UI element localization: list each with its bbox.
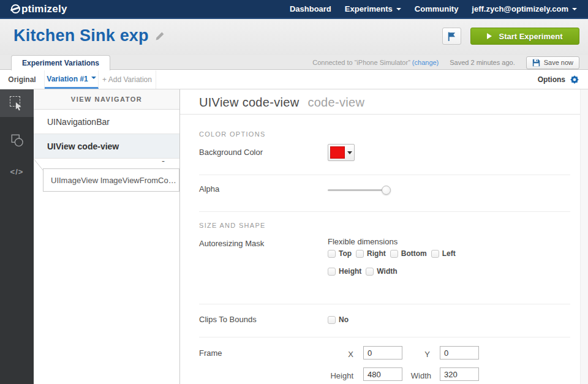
checkbox-height[interactable]: Height bbox=[328, 267, 361, 276]
main-area: </> VIEW NAVIGATOR UINavigationBar UIVie… bbox=[0, 89, 588, 384]
top-navigation-bar: ptimizely Dashboard Experiments Communit… bbox=[0, 0, 588, 19]
divider bbox=[199, 211, 570, 212]
app-root: ptimizely Dashboard Experiments Communit… bbox=[0, 0, 588, 384]
tab-strip: Experiment Variations Connected to “iPho… bbox=[0, 55, 588, 70]
background-color-label: Background Color bbox=[199, 148, 263, 157]
options-label: Options bbox=[538, 75, 565, 84]
select-tool[interactable] bbox=[0, 89, 34, 117]
layers-tool[interactable] bbox=[0, 126, 34, 154]
checkbox-bottom[interactable]: Bottom bbox=[390, 249, 427, 258]
color-swatch-red bbox=[330, 146, 345, 159]
account-menu[interactable]: jeff.zych@optimizely.com bbox=[472, 4, 577, 13]
play-icon bbox=[487, 33, 492, 39]
checkbox-left-label: Left bbox=[442, 249, 456, 258]
page-header: Kitchen Sink exp Start Experiment bbox=[0, 19, 588, 55]
saved-status: Saved 2 minutes ago. bbox=[450, 59, 514, 66]
page-title: Kitchen Sink exp bbox=[13, 26, 149, 45]
frame-y-input[interactable] bbox=[440, 346, 479, 360]
flag-button[interactable] bbox=[442, 28, 461, 45]
frame-width-label: Width bbox=[396, 371, 431, 380]
checkbox-top[interactable]: Top bbox=[328, 249, 352, 258]
nav-item-community[interactable]: Community bbox=[415, 4, 459, 13]
nav-item-experiments-label: Experiments bbox=[345, 4, 393, 13]
logo-text: ptimizely bbox=[21, 3, 67, 15]
edit-title-pencil-icon[interactable] bbox=[155, 31, 165, 41]
code-tool[interactable]: </> bbox=[0, 158, 34, 186]
start-experiment-label: Start Experiment bbox=[499, 32, 562, 41]
tab-variation-1-label: Variation #1 bbox=[47, 75, 88, 83]
checkbox-left[interactable]: Left bbox=[431, 249, 456, 258]
view-navigator: VIEW NAVIGATOR UINavigationBar UIView co… bbox=[34, 89, 180, 384]
collapse-toggle[interactable]: - bbox=[162, 157, 165, 165]
caret-down-icon bbox=[572, 8, 577, 10]
variation-bar: Original Variation #1 + Add Variation Op… bbox=[0, 70, 588, 89]
clips-to-bounds-label: Clips To Bounds bbox=[199, 315, 257, 324]
frame-x-input[interactable] bbox=[363, 346, 402, 360]
gear-icon bbox=[570, 75, 579, 85]
divider bbox=[199, 337, 570, 337]
section-color-options: COLOR OPTIONS bbox=[199, 130, 266, 138]
caret-down-icon bbox=[347, 151, 352, 154]
frame-y-label: Y bbox=[410, 350, 430, 359]
start-experiment-button[interactable]: Start Experiment bbox=[470, 28, 579, 45]
navigator-item-uinavigationbar[interactable]: UINavigationBar bbox=[34, 110, 179, 134]
add-variation-button[interactable]: + Add Variation bbox=[99, 70, 156, 89]
navigator-item-uiview-code-view[interactable]: UIView code-view bbox=[34, 134, 179, 159]
background-color-picker[interactable] bbox=[328, 144, 355, 161]
tab-original[interactable]: Original bbox=[0, 70, 45, 89]
autoresize-checkbox-row-1: Top Right Bottom Left bbox=[328, 249, 460, 258]
frame-width-input[interactable] bbox=[440, 367, 479, 381]
inspector-title-secondary: code-view bbox=[307, 96, 364, 109]
caret-down-icon bbox=[396, 8, 401, 10]
section-size-and-shape: SIZE AND SHAPE bbox=[199, 222, 266, 229]
checkbox-icon bbox=[390, 250, 398, 258]
checkbox-icon bbox=[431, 250, 439, 258]
connection-status-text: Connected to “iPhone Simulator” bbox=[312, 59, 410, 66]
tab-experiment-variations[interactable]: Experiment Variations bbox=[11, 55, 110, 70]
checkbox-top-label: Top bbox=[339, 249, 352, 258]
tool-rail: </> bbox=[0, 89, 34, 384]
caret-down-icon bbox=[91, 77, 96, 79]
checkbox-icon bbox=[328, 316, 336, 324]
checkbox-no-label: No bbox=[339, 315, 349, 324]
checkbox-right-label: Right bbox=[367, 249, 386, 258]
checkbox-width[interactable]: Width bbox=[366, 267, 397, 276]
alpha-label: Alpha bbox=[199, 184, 219, 194]
layers-icon bbox=[10, 133, 24, 148]
connection-status: Connected to “iPhone Simulator” (change) bbox=[312, 59, 439, 66]
checkbox-bottom-label: Bottom bbox=[401, 249, 427, 258]
save-now-button[interactable]: Save now bbox=[526, 56, 579, 69]
inspector-title: UIView code-viewcode-view bbox=[199, 96, 364, 110]
frame-x-label: X bbox=[333, 350, 353, 359]
alpha-slider[interactable] bbox=[328, 189, 389, 191]
scrollbar-track[interactable] bbox=[580, 89, 588, 384]
save-now-label: Save now bbox=[544, 59, 573, 66]
nav-item-dashboard[interactable]: Dashboard bbox=[290, 4, 331, 13]
options-button[interactable]: Options bbox=[538, 70, 579, 89]
nav-item-experiments[interactable]: Experiments bbox=[345, 4, 401, 13]
change-link[interactable]: (change) bbox=[412, 59, 439, 66]
navigator-child-uiimageview[interactable]: UIImageView ImageViewFromCo… bbox=[43, 168, 179, 192]
optimizely-logo-icon bbox=[11, 4, 20, 13]
checkbox-right[interactable]: Right bbox=[356, 249, 386, 258]
checkbox-width-label: Width bbox=[377, 267, 397, 276]
code-icon: </> bbox=[10, 167, 24, 176]
optimizely-logo[interactable]: ptimizely bbox=[11, 3, 67, 15]
autoresizing-mask-label: Autoresizing Mask bbox=[199, 239, 264, 248]
checkbox-icon bbox=[366, 268, 374, 276]
top-nav-links: Dashboard Experiments Community jeff.zyc… bbox=[290, 4, 577, 13]
checkbox-clips-no[interactable]: No bbox=[328, 315, 349, 324]
view-navigator-title: VIEW NAVIGATOR bbox=[34, 89, 179, 110]
frame-height-label: Height bbox=[318, 371, 353, 380]
flag-icon bbox=[447, 31, 457, 42]
clips-checkbox-row: No bbox=[328, 315, 353, 324]
inspector-panel: UIView code-viewcode-view COLOR OPTIONS … bbox=[180, 89, 588, 384]
account-email-label: jeff.zych@optimizely.com bbox=[472, 4, 568, 13]
checkbox-icon bbox=[328, 250, 336, 258]
alpha-slider-thumb[interactable] bbox=[382, 186, 391, 195]
divider bbox=[199, 304, 570, 304]
divider bbox=[199, 175, 570, 175]
select-cursor-icon bbox=[10, 96, 24, 110]
tab-variation-1[interactable]: Variation #1 bbox=[45, 70, 99, 89]
checkbox-height-label: Height bbox=[339, 267, 361, 276]
